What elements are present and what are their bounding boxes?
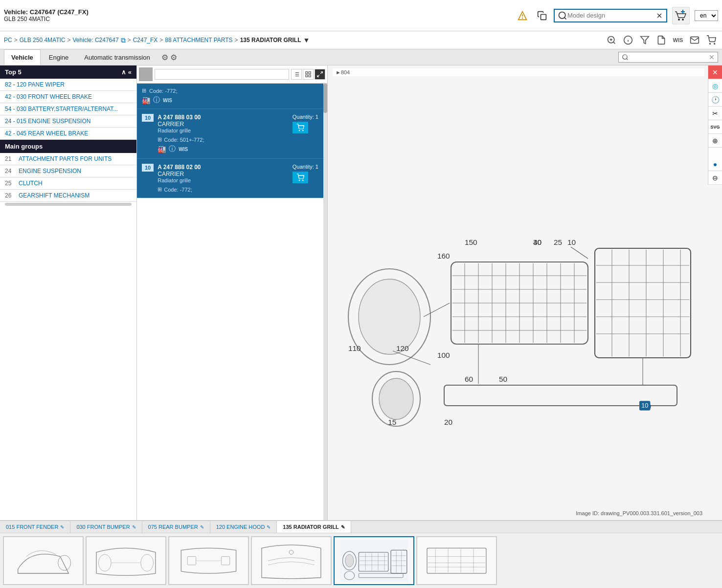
model-search-input[interactable] [567,12,655,19]
thumbnail-030[interactable] [86,536,166,585]
factory-icon-0[interactable]: 🏭 [158,145,166,153]
part-desc-0: Radiator grille [158,128,201,133]
edit-icon-015[interactable]: ✎ [60,524,64,530]
top5-item-2[interactable]: 42 - 030 FRONT WHEEL BRAKE [0,91,136,103]
breadcrumb-pc[interactable]: PC [4,37,12,44]
grid-view-icon[interactable] [303,69,314,80]
group-item-26[interactable]: 26 GEARSHIFT MECHANISM [0,190,136,202]
thumb-tab-075[interactable]: 075 REAR BUMPER ✎ [142,521,210,533]
language-select[interactable]: en de fr [695,10,718,21]
tab-search-input[interactable] [631,54,709,61]
view-icons [291,69,325,80]
top5-item-1[interactable]: 82 - 120 PANE WIPER [0,79,136,91]
expand-view-icon[interactable] [315,69,325,80]
mail-icon[interactable] [688,33,701,47]
middle-panel: ⊞ Code: -772; 🏭 ⓘ WIS 10 [137,65,328,520]
color-swatch [139,67,153,81]
svg-text:110: 110 [348,344,361,352]
search-clear-icon[interactable] [655,12,663,20]
scissors-icon[interactable]: ✂ [708,107,722,120]
cart-icon[interactable] [704,33,718,47]
tab-vehicle[interactable]: Vehicle [4,49,41,65]
tab-automatic-transmission[interactable]: Automatic transmission [77,49,157,65]
parts-scrollbar[interactable] [323,84,327,520]
model-search-bar[interactable] [554,9,667,22]
edit-icon-075[interactable]: ✎ [200,524,204,530]
group-label-25: CLUTCH [19,180,43,187]
svg-point-9 [678,19,680,21]
top5-item-4[interactable]: 24 - 015 ENGINE SUSPENSION [0,115,136,128]
svg-text:120: 120 [396,344,409,352]
thumbnail-075[interactable] [168,536,249,585]
filter-icon[interactable] [638,33,652,47]
info-icon-0[interactable]: ⓘ [169,145,176,153]
info-icon-partial[interactable]: ⓘ [153,96,160,105]
breadcrumb-88[interactable]: 88 ATTACHMENT PARTS [165,37,232,44]
thumb-tab-015[interactable]: 015 FRONT FENDER ✎ [0,521,70,533]
svg-rect-8 [672,7,690,24]
breadcrumb-sep1: > [14,37,18,44]
thumb-tab-label-120: 120 ENGINE HOOD [216,524,265,530]
zoom-out-diagram-icon[interactable]: ⊖ [708,171,722,185]
breadcrumb-sep5: > [235,37,238,44]
thumbnail-extra[interactable] [416,536,497,585]
add-to-cart-0[interactable] [293,122,308,133]
part-code-row-1: ⊞ Code: -772; [158,186,318,193]
tab-search-bar[interactable]: ✕ [618,52,718,63]
warning-icon[interactable] [515,8,530,23]
thumbnail-120[interactable] [251,536,332,585]
part-qty-label-1: Quantity: 1 [293,164,318,170]
tab-engine[interactable]: Engine [42,49,76,65]
zoom-in-icon[interactable] [605,33,618,47]
part-qty-area-0: Quantity: 1 [293,114,318,133]
thumbnail-015[interactable] [3,536,84,585]
list-view-icon[interactable] [291,69,302,80]
edit-icon-120[interactable]: ✎ [267,524,271,530]
thumb-tab-135[interactable]: 135 RADIATOR GRILL ✎ [277,521,351,533]
thumbnail-tabs: 015 FRONT FENDER ✎ 030 FRONT BUMPER ✎ 07… [0,521,722,533]
target-icon[interactable]: ◎ [708,79,722,93]
svg-point-38 [302,130,303,131]
svg-text:10: 10 [567,238,576,246]
breadcrumb-c247fx[interactable]: C247_FX [133,37,158,44]
breadcrumb-glb[interactable]: GLB 250 4MATIC [20,37,66,44]
part-item-partial: ⊞ Code: -772; 🏭 ⓘ WIS [137,84,323,109]
history-icon[interactable]: 🕐 [708,93,722,107]
thumb-tab-030[interactable]: 030 FRONT BUMPER ✎ [70,521,142,533]
group-item-25[interactable]: 25 CLUTCH [0,177,136,190]
zoom-in-diagram-icon[interactable]: ⊕ [708,134,722,148]
group-item-24[interactable]: 24 ENGINE SUSPENSION [0,165,136,177]
edit-icon-135[interactable]: ✎ [341,524,345,530]
thumbnail-135[interactable] [334,536,414,585]
tab-settings-icon[interactable]: ⚙ [161,53,168,62]
top5-item-5[interactable]: 42 - 045 REAR WHEEL BRAKE [0,128,136,140]
wis-icon-0[interactable]: WIS [179,147,188,152]
document-icon[interactable] [654,33,668,47]
top5-collapse-icon[interactable]: ∧ [121,68,126,76]
part-desc-1: Radiator grille [158,177,201,183]
vehicle-copy-icon[interactable]: ⧉ [121,36,126,44]
svg-export-icon[interactable]: SVG [708,120,722,134]
breadcrumb-vehicle[interactable]: Vehicle: C247647 [73,37,119,44]
tab-gear-icon[interactable]: ⚙ [170,53,177,62]
thumb-tab-label-075: 075 REAR BUMPER [148,524,198,530]
factory-icon-partial[interactable]: 🏭 [142,96,150,104]
add-to-cart-1[interactable] [293,172,308,183]
tab-search-clear[interactable]: ✕ [709,53,715,61]
group-item-21[interactable]: 21 ATTACHMENT PARTS FOR UNITS [0,153,136,165]
close-diagram-icon[interactable]: ✕ [708,65,722,79]
top5-minimize-icon[interactable]: « [128,68,132,76]
parts-search-input[interactable] [155,69,289,80]
top5-item-3[interactable]: 54 - 030 BATTERY,STARTER/ALTERNAT... [0,103,136,115]
breadcrumb-135[interactable]: 135 RADIATOR GRILL [240,37,301,44]
info-icon[interactable] [621,33,635,47]
diagram-svg: 10 15 20 30 25 160 150 120 [328,65,704,520]
cart-add-button[interactable] [671,6,691,25]
thumb-tab-120[interactable]: 120 ENGINE HOOD ✎ [210,521,277,533]
copy-icon[interactable] [534,8,550,23]
breadcrumb-dropdown-icon[interactable]: ▼ [303,36,310,44]
edit-icon-030[interactable]: ✎ [132,524,136,530]
right-panel: ►804 [328,65,722,520]
wis-icon-partial[interactable]: WIS [163,98,172,103]
wis-icon[interactable]: WIS [671,33,685,47]
